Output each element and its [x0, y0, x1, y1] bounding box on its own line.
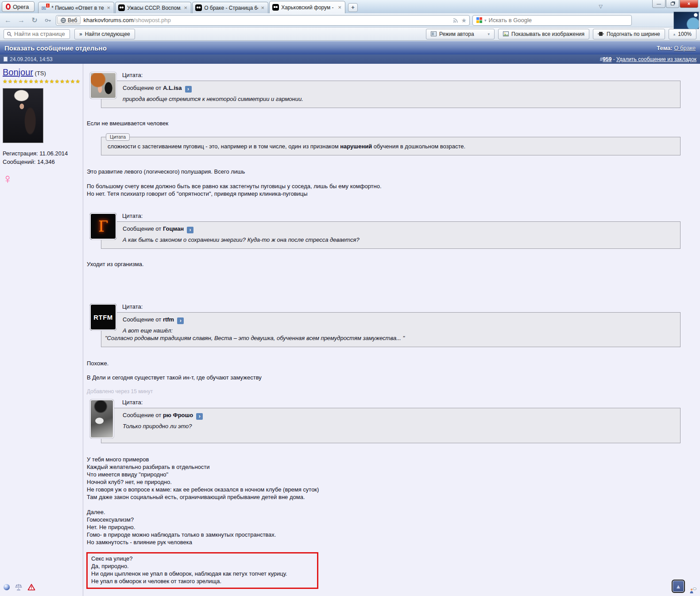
avatar-text: RTFM [93, 313, 113, 321]
new-tab-button[interactable]: + [348, 3, 358, 12]
tab-ussr[interactable]: Ужасы СССР. Воспом... × [115, 2, 191, 13]
quote-author-avatar[interactable]: RTFM [89, 303, 117, 331]
zoom-control[interactable]: ▴ 100% [669, 29, 696, 39]
forum-favicon-icon [272, 4, 279, 11]
quote-author-name: A.L.isa [163, 85, 182, 91]
address-field[interactable]: Веб kharkovforums.com/showpost.php ★ [56, 15, 470, 26]
quote-rtfm: RTFM Цитата: Сообщение от rtfm› А вот ещ… [87, 302, 681, 347]
quote-author-name: рю Фрошо [163, 412, 193, 418]
quote-author-avatar[interactable]: Г [89, 213, 117, 240]
quote-alisa: Цитата: Сообщение от A.L.isa› природа во… [87, 70, 681, 108]
quote-header: Сообщение от rtfm› [123, 316, 674, 324]
search-bar[interactable]: ▾ [472, 15, 632, 26]
user-registration: Регистрация: 11.06.2014 [3, 150, 80, 157]
topic-line: Тема: О браке [657, 45, 696, 51]
web-badge[interactable]: Веб [57, 16, 81, 24]
opera-menu-button[interactable]: Opera [2, 1, 35, 12]
goto-post-icon[interactable]: › [185, 86, 192, 93]
quote-text: А вот еще нашёл: [123, 327, 674, 334]
quote-gotsman: Г Цитата: Сообщение от Гоцман› А как быт… [87, 211, 681, 249]
window-controls: — × [652, 0, 698, 8]
tab-kharkov-forum-active[interactable]: Харьковский форум - ... × [269, 1, 345, 13]
close-tab-icon[interactable]: × [183, 4, 189, 11]
user-avatar[interactable] [3, 88, 43, 143]
username-link[interactable]: Bonjour [3, 67, 33, 77]
post-paragraph: Уходит из организма. [87, 260, 681, 268]
chevrons-right-icon: » [79, 31, 82, 37]
post-icon [4, 57, 8, 62]
zoom-up-icon: ▴ [673, 32, 676, 36]
username-suffix: (TS) [35, 70, 46, 77]
search-engine-dropdown-icon[interactable]: ▾ [484, 18, 487, 23]
quote-header: Сообщение от A.L.isa› [123, 84, 674, 93]
goto-post-icon[interactable]: › [196, 413, 203, 420]
post-number-link[interactable]: 959 [603, 56, 611, 62]
tab-list-dropdown-icon[interactable]: ▽ [599, 4, 603, 9]
find-next-button[interactable]: » Найти следующее [74, 29, 135, 39]
close-tab-icon[interactable]: × [260, 4, 266, 11]
report-warning-icon[interactable] [27, 584, 35, 591]
post-paragraph: В Дели и сегодня существует такой ин-т, … [87, 374, 681, 381]
key-icon [45, 18, 51, 23]
chevron-down-icon: ▾ [488, 32, 490, 36]
url-host: kharkovforums.com [83, 17, 133, 23]
reputation-scales-icon[interactable] [15, 584, 23, 591]
page-header: Показать сообщение отдельно Тема: О брак… [0, 41, 700, 54]
show-all-images-button[interactable]: Показывать все изображения [498, 29, 589, 39]
quote-author-avatar[interactable] [89, 72, 117, 99]
quote-author-name: Гоцман [163, 225, 184, 232]
post-action-icons [4, 584, 35, 591]
address-toolbar: ← → ↻ Веб kharkovforums.com/showpost.php… [0, 13, 700, 27]
quote-text: А как быть с законом о сохранении энерги… [123, 236, 674, 244]
quote-text: Только природно ли это? [123, 422, 674, 430]
highlighted-text-box: Секс на улице? Да, природно. Ни один цып… [86, 552, 318, 589]
close-tab-icon[interactable]: × [337, 4, 343, 11]
quote-box: Сообщение от A.L.isa› природа вообще стр… [101, 81, 681, 108]
goto-post-icon[interactable]: › [177, 317, 184, 324]
tab-marriage[interactable]: О браке - Страница 64... × [192, 2, 268, 13]
tab-mail[interactable]: ✉1 * Письмо «Ответ в те... × [38, 2, 114, 13]
post-date: 24.09.2014, 14:53 [10, 56, 53, 62]
forward-button[interactable]: → [16, 16, 27, 24]
search-icon [7, 31, 12, 37]
reload-button[interactable]: ↻ [29, 16, 40, 24]
minimize-window-button[interactable]: — [652, 0, 665, 8]
quote-box: Сообщение от rtfm› А вот еще нашёл: "Сог… [101, 312, 681, 347]
quote-text: природа вообще стремится к некоторой сим… [123, 95, 674, 103]
close-tab-icon[interactable]: × [106, 4, 112, 11]
web-badge-label: Веб [68, 17, 77, 23]
page-title: Показать сообщение отдельно [4, 44, 107, 52]
google-icon [476, 17, 482, 23]
quote-author-avatar[interactable] [89, 399, 114, 439]
user-rating-stars: ★★★★★★★★★★★★★★★★ [3, 78, 80, 85]
find-input[interactable] [14, 31, 67, 37]
close-window-button[interactable]: × [680, 0, 698, 8]
quote-header: Сообщение от Гоцман› [123, 225, 674, 233]
post-paragraph: Это развитие левого (логического) полуша… [87, 168, 681, 175]
search-input[interactable] [489, 17, 628, 23]
quote-header: Сообщение от рю Фрошо› [123, 411, 674, 420]
scroll-to-top-button[interactable]: ▲ [672, 580, 685, 593]
find-on-page-field[interactable] [4, 29, 70, 39]
tab-title: Харьковский форум - ... [281, 4, 335, 11]
goto-post-icon[interactable]: › [187, 227, 193, 233]
quote-label: Цитата: [122, 397, 681, 408]
bookmark-star-icon[interactable]: ★ [461, 17, 467, 24]
author-mode-select[interactable]: Режим автора ▾ [426, 29, 495, 39]
url-path: /showpost.php [134, 17, 171, 23]
fit-width-icon [598, 31, 604, 36]
topic-link[interactable]: О браке [674, 45, 696, 51]
fit-to-width-button[interactable]: Подогнать по ширине [593, 29, 665, 39]
back-button[interactable]: ← [3, 16, 13, 24]
opera-logo-icon [6, 4, 11, 10]
online-status-icon [4, 584, 10, 590]
post-paragraph: Если не вмешивается человек [87, 120, 681, 127]
remove-bookmark-link[interactable]: Удалить сообщение из закладок [616, 56, 696, 62]
avatar-letter: Г [98, 223, 108, 230]
user-sidebar: Bonjour (TS) ★★★★★★★★★★★★★★★★ Регистраци… [0, 64, 83, 596]
password-wand-button[interactable] [43, 16, 53, 24]
quick-reply-icon[interactable] [689, 587, 696, 594]
tab-title: Ужасы СССР. Воспом... [127, 5, 181, 11]
restore-window-button[interactable] [666, 0, 679, 8]
rss-icon[interactable] [453, 18, 458, 23]
